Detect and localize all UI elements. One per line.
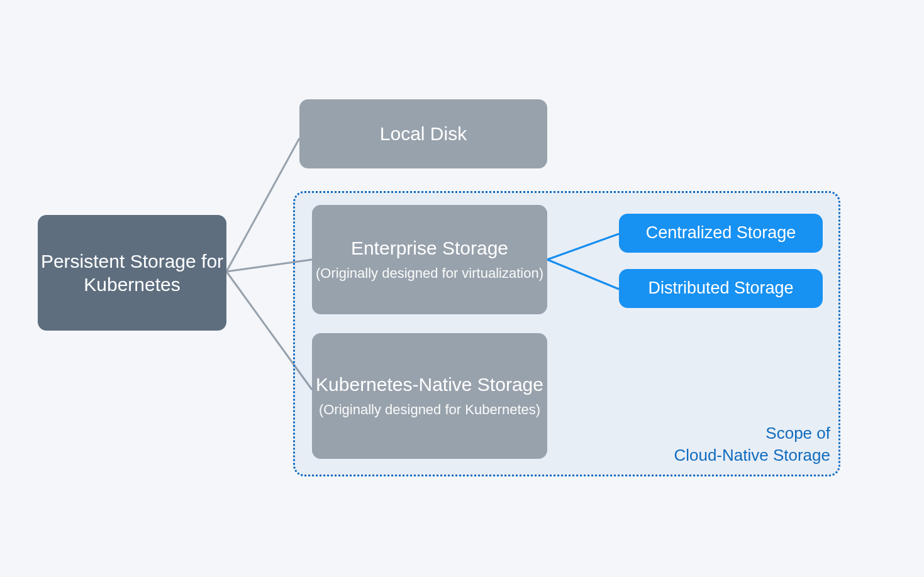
node-k8s-native-storage: Kubernetes-Native Storage (Originally de… [312, 333, 547, 459]
node-label: Local Disk [380, 122, 467, 146]
node-subtitle: (Originally designed for virtualization) [316, 264, 543, 283]
node-persistent-storage: Persistent Storage for Kubernetes [38, 215, 226, 331]
node-label: Centralized Storage [646, 223, 796, 244]
node-enterprise-storage: Enterprise Storage (Originally designed … [312, 205, 547, 314]
node-subtitle: (Originally designed for Kubernetes) [319, 400, 540, 419]
node-label: Enterprise Storage [351, 236, 508, 260]
node-distributed-storage: Distributed Storage [619, 269, 823, 308]
node-label: Kubernetes-Native Storage [316, 373, 543, 397]
node-centralized-storage: Centralized Storage [619, 214, 823, 253]
scope-label-line2: Cloud-Native Storage [629, 444, 830, 466]
node-label: Distributed Storage [648, 278, 793, 299]
scope-label-line1: Scope of [629, 422, 830, 444]
svg-line-0 [226, 138, 299, 272]
diagram-canvas: Persistent Storage for Kubernetes Local … [0, 0, 924, 577]
scope-label: Scope of Cloud-Native Storage [629, 422, 830, 466]
node-local-disk: Local Disk [299, 99, 547, 168]
node-label: Persistent Storage for Kubernetes [38, 250, 226, 297]
